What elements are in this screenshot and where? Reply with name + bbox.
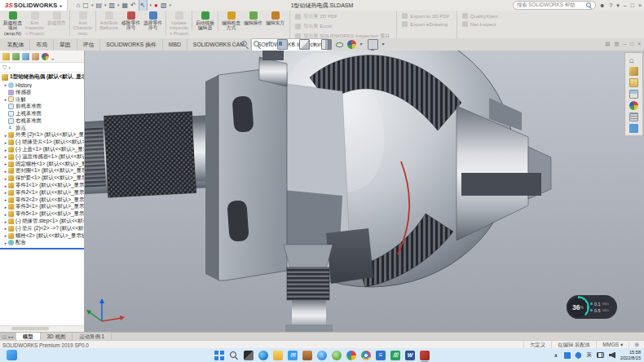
restore-doc-button[interactable]: □ xyxy=(630,38,633,50)
start-button[interactable] xyxy=(214,351,224,360)
section-view-icon[interactable] xyxy=(277,39,288,50)
logo-arrow-icon[interactable]: ▸ xyxy=(60,2,62,8)
integration-menu-item[interactable]: QualityXpert xyxy=(462,13,498,19)
rebuild-icon[interactable]: ● xyxy=(154,0,158,11)
close-button[interactable]: × xyxy=(638,0,642,11)
panel-horizontal-scrollbar[interactable] xyxy=(0,325,84,332)
tree-item[interactable]: 传感器 xyxy=(0,89,84,96)
tree-item[interactable]: ▸ (-) 上盖<1> (默认<<默认>_显示状 xyxy=(0,146,84,153)
home-icon[interactable]: ⌂ xyxy=(76,0,80,11)
configurationmanager-tab[interactable] xyxy=(22,53,29,60)
ribbon-button[interactable]: Add Characteristic xyxy=(69,11,94,36)
tree-root-item[interactable]: 1型铂铑热电偶 (默认<默认_显示状态-1> xyxy=(0,73,84,82)
ribbon-button[interactable]: 启动模板编辑器 xyxy=(192,11,216,31)
color-wheel-app-icon[interactable] xyxy=(346,351,356,360)
tile-windows-icon[interactable]: ▥ xyxy=(614,38,619,50)
ribbon-tab[interactable]: 布局 xyxy=(30,39,54,51)
zoom-to-fit-icon[interactable] xyxy=(240,40,249,49)
edit-appearance-icon[interactable] xyxy=(347,40,356,49)
tree-item[interactable]: ▸ 注解 xyxy=(0,96,84,104)
ribbon-button[interactable]: Edit Inspection Project xyxy=(24,11,46,36)
dropdown-icon[interactable] xyxy=(291,40,296,49)
screen-recorder-overlay[interactable]: 36% 0.1KB/s 0.5KB/s xyxy=(567,295,617,319)
tree-item[interactable]: ▸ 固定螺栓<1> (默认<<默认>_显示 xyxy=(0,161,84,168)
tree-item[interactable]: ▸ 保护套<1> (默认<<默认>_显示状 xyxy=(0,174,84,182)
word-app-icon[interactable] xyxy=(405,351,415,360)
chrome-icon[interactable] xyxy=(361,351,371,360)
solidworks-logo[interactable]: 3S SOLIDWORKS ▸ xyxy=(0,0,68,11)
apply-scene-icon[interactable] xyxy=(368,39,378,50)
help-button[interactable]: ? xyxy=(609,0,612,11)
close-doc-button[interactable]: × xyxy=(637,38,641,50)
reader-app-icon[interactable] xyxy=(376,351,386,360)
ribbon-button[interactable]: Update Inspection Project xyxy=(165,11,190,36)
help-search-input[interactable]: 搜索 SOLIDWORKS 帮助 xyxy=(513,1,596,10)
tree-item[interactable]: ▸ History xyxy=(0,82,84,89)
touch-keyboard-icon[interactable] xyxy=(597,352,604,358)
tree-item[interactable]: ▸ (-) 垫片 (2)<2> ->? (默认<<默认> xyxy=(0,225,84,232)
ribbon-tab[interactable]: 评估 xyxy=(77,39,101,51)
zoom-to-area-icon[interactable] xyxy=(253,40,262,49)
green-app-icon[interactable] xyxy=(332,351,342,360)
export-menu-item[interactable]: Export eDrawing xyxy=(402,21,450,27)
ribbon-button[interactable]: 编辑实方 xyxy=(264,11,286,25)
tree-item[interactable]: 上视基准面 xyxy=(0,110,84,117)
globe-icon[interactable]: ⊕ xyxy=(629,342,644,348)
dropdown-icon[interactable]: ▾ xyxy=(150,0,152,11)
previous-view-icon[interactable] xyxy=(265,40,274,49)
view-orientation-icon[interactable] xyxy=(299,39,310,50)
print-icon[interactable]: ▦ xyxy=(122,0,129,11)
ribbon-button[interactable]: 编辑检查方式 xyxy=(218,11,242,31)
tree-item[interactable]: ▸ (-) 温度传感器<1> (默认<<默认>_ xyxy=(0,153,84,161)
tree-item[interactable]: 前视基准面 xyxy=(0,103,84,110)
panel-splitter[interactable] xyxy=(0,248,84,249)
design-library-icon[interactable] xyxy=(629,67,638,76)
view-palette-icon[interactable] xyxy=(629,90,638,99)
expand-panel-chevron[interactable]: » xyxy=(51,53,54,60)
tree-item[interactable]: ▸ (-) 绝缘管.step<1> (默认<<默认> xyxy=(0,218,84,225)
dropdown-icon[interactable]: ▾ xyxy=(616,0,620,11)
filter-caret-icon[interactable]: ▾ xyxy=(8,65,11,70)
custom-properties-icon[interactable] xyxy=(629,113,638,121)
task-view-button[interactable] xyxy=(244,351,254,360)
3d-model[interactable] xyxy=(85,51,644,332)
undo-icon[interactable]: ↶ xyxy=(130,0,136,11)
taskbar-clock[interactable]: 15:58 2022/8/15 xyxy=(620,350,641,360)
ribbon-button[interactable]: Add/Edit Balloons xyxy=(95,11,120,31)
ribbon-tab[interactable]: 装配体 xyxy=(2,39,30,51)
open-icon[interactable]: ▤ xyxy=(95,0,102,11)
tree-item[interactable]: 原点 xyxy=(0,125,84,132)
appearances-scenes-icon[interactable] xyxy=(629,101,638,110)
tree-item[interactable]: 右视基准面 xyxy=(0,117,84,125)
dimxpert-manager-tab[interactable] xyxy=(32,53,39,60)
user-account-icon[interactable]: ☻ xyxy=(599,0,605,11)
displaymanager-tab[interactable] xyxy=(42,53,49,60)
propertymanager-tab[interactable] xyxy=(12,53,20,60)
cascade-windows-icon[interactable]: ▤ xyxy=(605,38,610,50)
dropdown-icon[interactable]: ▾ xyxy=(117,0,120,11)
tree-item[interactable]: ▸ 零件1<1> (默认<<默认>_显示状 xyxy=(0,182,84,189)
minimize-doc-button[interactable]: – xyxy=(624,38,627,50)
select-icon[interactable]: ↖ xyxy=(139,0,148,11)
search-icon[interactable] xyxy=(586,2,592,8)
ribbon-button[interactable]: 移除零件序号 xyxy=(120,11,142,31)
ribbon-button[interactable]: 新建检查项目(amp;N) xyxy=(2,11,24,36)
home-icon[interactable] xyxy=(629,55,638,64)
ime-language-indicator[interactable]: 英 xyxy=(586,351,593,359)
export-menu-item[interactable]: Export to 3D PDF xyxy=(402,13,450,19)
featuremanager-tree-tab[interactable] xyxy=(2,53,10,60)
hide-show-items-icon[interactable] xyxy=(335,40,344,49)
tree-item[interactable]: ▸ 密封圈<1> (默认<<默认>_显示状 xyxy=(0,168,84,175)
ribbon-tab[interactable]: MBD xyxy=(163,39,187,51)
new-document-icon[interactable]: ▢ xyxy=(82,0,89,11)
save-icon[interactable]: ▥ xyxy=(108,0,115,11)
location-icon[interactable] xyxy=(574,351,582,360)
pane-split-icon[interactable]: ◫ xyxy=(2,334,7,339)
solidworks-running-icon[interactable] xyxy=(420,351,430,360)
onedrive-icon[interactable] xyxy=(564,352,571,359)
tree-item[interactable]: ▸ 螺栓<2> (默认<<默认>_显示状态 xyxy=(0,232,84,240)
edge-icon[interactable] xyxy=(258,351,268,360)
scroll-tabs-left-icon[interactable]: ◂ xyxy=(8,334,11,339)
search-button[interactable] xyxy=(229,351,239,360)
tree-item[interactable]: ▸ 零件5<1> (默认<<默认>_显示状 xyxy=(0,210,84,218)
